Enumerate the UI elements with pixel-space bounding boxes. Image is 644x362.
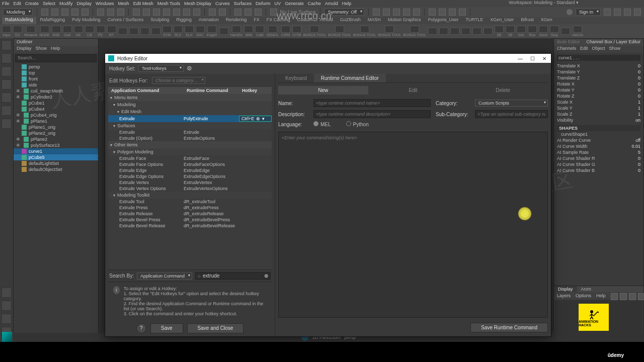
- render-globals-icon[interactable]: [413, 9, 420, 16]
- command-tree-item[interactable]: Extrude Face OptionsExtrudeFaceOptions: [108, 161, 272, 167]
- channel-attr[interactable]: Translate Z0: [557, 75, 640, 81]
- shelf-icon-30[interactable]: BONUS TOOL: [403, 26, 426, 37]
- snap-center-icon[interactable]: [193, 9, 200, 16]
- module-selector[interactable]: Modeling: [3, 9, 33, 16]
- shelf-icon-12[interactable]: [140, 28, 149, 35]
- render-icon[interactable]: [383, 9, 390, 16]
- menu-file[interactable]: File: [2, 1, 10, 6]
- command-tree-item[interactable]: Extrude Vertex OptionsExtrudeVertexOptio…: [108, 186, 272, 192]
- shade-icon[interactable]: [449, 9, 456, 16]
- shelf-tab-animation[interactable]: Animation: [196, 17, 222, 24]
- outliner-node[interactable]: side: [14, 82, 98, 88]
- toggle-shelf-icon[interactable]: [614, 9, 621, 16]
- select-tool-icon[interactable]: [2, 40, 12, 50]
- shelf-icon-24[interactable]: CrRM: [281, 26, 290, 37]
- outliner-node[interactable]: ⊞pPlane2: [14, 136, 98, 142]
- shelf-icon-42[interactable]: Stop: [550, 26, 559, 37]
- snap-live-icon[interactable]: [173, 9, 180, 16]
- new-layer-icon[interactable]: [629, 293, 636, 300]
- menu-modify[interactable]: Modify: [59, 1, 73, 6]
- rotate-tool-icon[interactable]: [2, 93, 12, 103]
- layers-help-menu[interactable]: Help: [596, 293, 606, 298]
- save-scene-icon[interactable]: [61, 9, 68, 16]
- undo-icon[interactable]: [71, 9, 78, 16]
- paint-tool-icon[interactable]: [2, 66, 12, 76]
- menu-meshdisplay[interactable]: Mesh Display: [184, 1, 211, 6]
- outliner-menu-help[interactable]: Help: [51, 46, 60, 53]
- edit-command-button[interactable]: Edit: [368, 86, 458, 95]
- keyboard-tab[interactable]: Keyboard: [278, 74, 314, 82]
- shape-attr[interactable]: AI Render Curveoff: [557, 137, 640, 143]
- open-scene-icon[interactable]: [51, 9, 58, 16]
- outliner-node[interactable]: defaultObjectSet: [14, 166, 98, 172]
- help-button[interactable]: ?: [136, 323, 146, 333]
- snap-plane-icon[interactable]: [163, 9, 170, 16]
- outliner-node[interactable]: ⊞pCube4_orig: [14, 112, 98, 118]
- layers-menu[interactable]: Layers: [557, 293, 571, 298]
- command-tree-item[interactable]: Extrude FaceExtrudeFace: [108, 155, 272, 161]
- shelf-tab-fx[interactable]: FX: [251, 17, 263, 24]
- shelf-tab-polymodeling[interactable]: Poly Modeling: [69, 17, 104, 24]
- snap-point-icon[interactable]: [153, 9, 160, 16]
- channel-attr[interactable]: Rotate X0: [557, 81, 640, 87]
- live-surface-icon[interactable]: [270, 9, 277, 16]
- hotkey-set-dropdown[interactable]: TestHotkeys: [138, 65, 184, 72]
- outliner-node[interactable]: front: [14, 76, 98, 82]
- snap-curve-icon[interactable]: [143, 9, 150, 16]
- magnet-icon[interactable]: [209, 9, 216, 16]
- shelf-tab-motiongraphics[interactable]: Motion Graphics: [385, 17, 424, 24]
- command-tree-item[interactable]: Extrude ReleasedR_extrudeRelease: [108, 211, 272, 217]
- add-to-layer-icon[interactable]: [638, 293, 644, 300]
- new-command-button[interactable]: New: [278, 86, 368, 95]
- shelf-icon-35[interactable]: [472, 28, 481, 35]
- menu-help[interactable]: Help: [342, 1, 352, 6]
- command-tree-item[interactable]: Modeling Toolkit: [108, 192, 272, 199]
- shelf-tab-sculpting[interactable]: Sculpting: [147, 17, 172, 24]
- save-runtime-command-button[interactable]: Save Runtime Command: [470, 323, 548, 332]
- four-view-icon[interactable]: [2, 301, 12, 311]
- marketplace-icon[interactable]: [604, 9, 611, 16]
- shelf-tab-xgenuser[interactable]: XGen_User: [487, 17, 517, 24]
- persp-outliner-icon[interactable]: [2, 314, 12, 324]
- shelf-tab-rafarigging[interactable]: RafaRigging: [37, 17, 68, 24]
- command-tree[interactable]: Menu itemsModelingEdit MeshExtrudePolyEx…: [108, 94, 272, 269]
- toggle-channelbox-icon[interactable]: [634, 9, 641, 16]
- shelf-tab-fxcaching[interactable]: FX Caching: [264, 17, 293, 24]
- last-tool-icon[interactable]: [2, 119, 12, 129]
- shape-attr[interactable]: AI Sample Rate5: [557, 149, 640, 155]
- construction-icon[interactable]: [245, 9, 252, 16]
- shelf-icon-13[interactable]: [151, 28, 160, 35]
- menu-edit[interactable]: Edit: [14, 1, 22, 6]
- outliner-node[interactable]: ⊞polySurface13: [14, 142, 98, 148]
- lasso-icon[interactable]: [107, 9, 114, 16]
- command-tree-item[interactable]: Extrude (Option)ExtrudeOptions: [108, 135, 272, 141]
- channel-attr[interactable]: Scale Z1: [557, 111, 640, 117]
- command-tree-item[interactable]: Extrude Bevel PressdR_extrudeBevelPress: [108, 217, 272, 223]
- wire-icon[interactable]: [439, 9, 446, 16]
- menu-create[interactable]: Create: [25, 1, 39, 6]
- category-dropdown[interactable]: Choose a category…: [152, 77, 206, 84]
- menu-windows[interactable]: Windows: [96, 1, 114, 6]
- outliner-node[interactable]: defaultLightSet: [14, 160, 98, 166]
- command-tree-item[interactable]: Extrude TooldR_extrudeTool: [108, 199, 272, 205]
- close-button[interactable]: ✕: [541, 56, 548, 61]
- shelf-tab-xgen[interactable]: XGen: [538, 17, 555, 24]
- shelf-icon-44[interactable]: HairGb: [572, 26, 583, 37]
- ipr-icon[interactable]: [373, 9, 380, 16]
- command-tree-item[interactable]: Other items: [108, 141, 272, 148]
- shelf-icon-19[interactable]: [219, 28, 228, 35]
- gear-icon[interactable]: ⚙: [187, 65, 192, 72]
- menu-display[interactable]: Display: [77, 1, 92, 6]
- redo-icon[interactable]: [82, 9, 89, 16]
- mel-radio[interactable]: MEL: [313, 121, 331, 127]
- shelf-icon-6[interactable]: HE: [74, 26, 83, 37]
- shelf-tab-mash[interactable]: MASH: [365, 17, 384, 24]
- menu-cache[interactable]: Cache: [308, 1, 321, 6]
- shelf-icon-1[interactable]: ES: [13, 26, 22, 37]
- select-mode-icon[interactable]: [97, 9, 104, 16]
- outliner-menu-display[interactable]: Display: [17, 46, 32, 53]
- shelf-icon-27[interactable]: BONUS TOOL: [328, 26, 351, 37]
- channels-menu[interactable]: Channels: [557, 46, 576, 53]
- shelf-icon-31[interactable]: [428, 28, 437, 35]
- object-menu[interactable]: Object: [592, 46, 605, 53]
